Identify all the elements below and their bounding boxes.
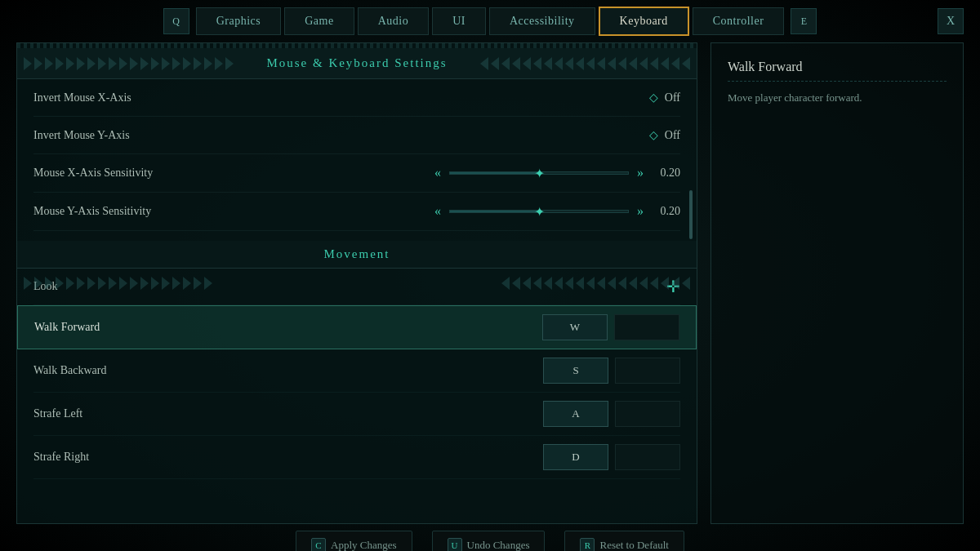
apply-key-icon: C xyxy=(311,538,326,551)
tab-keyboard[interactable]: Keyboard xyxy=(599,7,689,36)
strafe-left-key2[interactable] xyxy=(615,401,680,427)
invert-y-value[interactable]: ◇ Off xyxy=(649,128,680,142)
sensitivity-y-row[interactable]: Mouse Y-Axis Sensitivity « ✦ » 0.20 xyxy=(33,193,680,231)
strafe-right-label: Strafe Right xyxy=(33,451,537,464)
slider-x-fill xyxy=(450,172,539,174)
invert-x-label: Invert Mouse X-Axis xyxy=(33,91,131,104)
diamond-icon-y: ◇ xyxy=(649,128,658,142)
strafe-right-key2[interactable] xyxy=(615,444,680,470)
tab-ui[interactable]: UI xyxy=(432,7,486,35)
sensitivity-y-label: Mouse Y-Axis Sensitivity xyxy=(33,205,151,218)
strafe-left-label: Strafe Left xyxy=(33,407,537,420)
sensitivity-y-value: 0.20 xyxy=(652,205,680,218)
slider-x-left-arrow[interactable]: « xyxy=(434,166,441,180)
strafe-right-key1[interactable]: D xyxy=(543,444,608,470)
walk-forward-label: Walk Forward xyxy=(34,321,536,334)
nav-right-button[interactable]: E xyxy=(791,8,817,34)
tab-controller[interactable]: Controller xyxy=(693,7,785,35)
walk-backward-label: Walk Backward xyxy=(33,364,537,377)
main-layout: Mouse & Keyboard Settings Invert Mouse X… xyxy=(0,42,980,524)
help-description: Move player character forward. xyxy=(728,90,947,107)
tab-audio[interactable]: Audio xyxy=(358,7,430,35)
slider-y-left-arrow[interactable]: « xyxy=(434,204,441,219)
undo-changes-button[interactable]: U Undo Changes xyxy=(432,531,546,551)
reset-label: Reset to Default xyxy=(599,539,668,551)
strafe-left-key1[interactable]: A xyxy=(543,401,608,427)
mouse-keyboard-header: Mouse & Keyboard Settings xyxy=(17,48,697,79)
undo-key-icon: U xyxy=(448,538,462,551)
walk-backward-row[interactable]: Walk Backward S xyxy=(33,349,680,393)
slider-x-thumb: ✦ xyxy=(534,166,545,181)
walk-backward-key2[interactable] xyxy=(615,358,680,384)
sensitivity-x-row[interactable]: Mouse X-Axis Sensitivity « ✦ » 0.20 xyxy=(33,154,680,193)
invert-x-row[interactable]: Invert Mouse X-Axis ◇ Off xyxy=(33,79,680,117)
apply-changes-button[interactable]: C Apply Changes xyxy=(296,531,412,551)
close-button[interactable]: X xyxy=(938,8,964,34)
slider-y-track[interactable]: ✦ xyxy=(449,210,629,213)
movement-header: Movement xyxy=(17,241,697,269)
bottom-bar: C Apply Changes U Undo Changes R Reset t… xyxy=(0,524,980,551)
slider-x-track[interactable]: ✦ xyxy=(449,171,629,175)
slider-y-right-arrow[interactable]: » xyxy=(637,204,644,219)
movement-deco xyxy=(17,275,697,291)
slider-y-fill xyxy=(450,211,539,212)
scrollbar[interactable] xyxy=(688,92,693,523)
right-panel: Walk Forward Move player character forwa… xyxy=(710,42,964,524)
reset-key-icon: R xyxy=(580,538,595,551)
settings-area: Invert Mouse X-Axis ◇ Off Invert Mouse Y… xyxy=(17,79,697,231)
slider-x[interactable]: « ✦ » 0.20 xyxy=(434,166,680,180)
sensitivity-x-value: 0.20 xyxy=(652,167,680,180)
tab-graphics[interactable]: Graphics xyxy=(196,7,282,35)
mouse-keyboard-title: Mouse & Keyboard Settings xyxy=(266,56,447,70)
diamond-icon-x: ◇ xyxy=(649,91,658,104)
nav-left-button[interactable]: Q xyxy=(163,8,189,34)
strafe-left-row[interactable]: Strafe Left A xyxy=(33,393,680,436)
walk-forward-key1[interactable]: W xyxy=(542,314,608,340)
invert-x-text: Off xyxy=(665,91,680,104)
invert-y-row[interactable]: Invert Mouse Y-Axis ◇ Off xyxy=(33,117,680,154)
walk-forward-row[interactable]: Walk Forward W xyxy=(17,305,697,349)
slider-y-thumb: ✦ xyxy=(534,204,545,220)
reset-default-button[interactable]: R Reset to Default xyxy=(564,531,684,551)
scroll-thumb[interactable] xyxy=(689,190,693,239)
invert-y-text: Off xyxy=(665,129,680,142)
strafe-right-row[interactable]: Strafe Right D xyxy=(33,436,680,479)
slider-x-right-arrow[interactable]: » xyxy=(637,166,644,180)
apply-label: Apply Changes xyxy=(331,539,397,551)
invert-x-value[interactable]: ◇ Off xyxy=(649,91,680,104)
sensitivity-x-label: Mouse X-Axis Sensitivity xyxy=(33,167,153,180)
movement-title: Movement xyxy=(324,247,390,261)
keybind-area: Look ✛ Walk Forward W Walk Backward S St… xyxy=(17,269,697,479)
help-title: Walk Forward xyxy=(728,60,947,82)
undo-label: Undo Changes xyxy=(467,539,530,551)
tab-game[interactable]: Game xyxy=(284,7,354,35)
slider-y[interactable]: « ✦ » 0.20 xyxy=(434,204,680,219)
tab-accessibility[interactable]: Accessibility xyxy=(489,7,595,35)
top-navigation: Q Graphics Game Audio UI Accessibility K… xyxy=(0,0,980,42)
left-panel: Mouse & Keyboard Settings Invert Mouse X… xyxy=(16,42,697,524)
walk-forward-key2[interactable] xyxy=(614,314,679,340)
invert-y-label: Invert Mouse Y-Axis xyxy=(33,129,130,142)
walk-backward-key1[interactable]: S xyxy=(543,358,608,384)
